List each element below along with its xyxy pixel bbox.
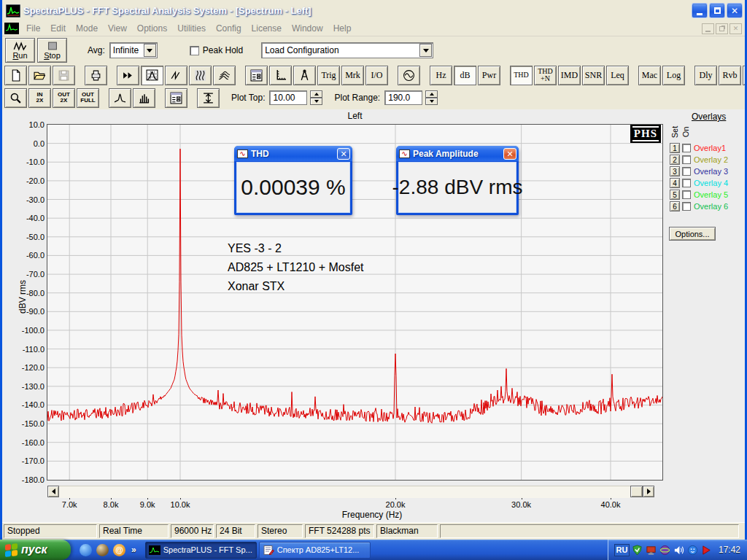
start-button[interactable]: пуск (0, 540, 71, 560)
peak-amplitude-close-button[interactable]: ✕ (503, 148, 516, 160)
spectrum-view-button[interactable] (141, 66, 163, 85)
scrollbar-thumb[interactable] (630, 486, 643, 497)
globe-icon[interactable] (96, 544, 109, 556)
run-button[interactable]: Run (5, 38, 35, 63)
menu-edit[interactable]: Edit (45, 22, 71, 35)
trigger-button[interactable]: Trig (317, 66, 340, 85)
leq-meter-button[interactable]: Leq (606, 66, 629, 85)
overlay-on-checkbox-6[interactable] (682, 202, 691, 211)
overlay-set-button-6[interactable]: 6 (670, 201, 680, 211)
plot-range-input-spin-down[interactable] (425, 98, 438, 105)
menu-window[interactable]: Window (287, 22, 328, 35)
combo-arrow-icon[interactable] (419, 44, 432, 57)
open-file-button[interactable] (28, 66, 51, 85)
menu-config[interactable]: Config (211, 22, 247, 35)
zoom-button[interactable] (4, 88, 27, 108)
scroll-left-button[interactable] (47, 486, 59, 497)
chevron-icon[interactable]: » (131, 545, 136, 555)
overlay-set-button-2[interactable]: 2 (670, 155, 680, 165)
menu-help[interactable]: Help (328, 22, 357, 35)
combo-arrow-icon[interactable] (144, 44, 156, 57)
thd-close-button[interactable]: ✕ (337, 148, 350, 160)
overlay-set-button-3[interactable]: 3 (670, 166, 680, 176)
menu-file[interactable]: File (21, 22, 45, 35)
display-settings-button[interactable] (245, 66, 268, 85)
calipers-button[interactable] (293, 66, 316, 85)
time-series-view-button[interactable] (165, 66, 187, 85)
amplitude-db-button[interactable]: dB (454, 66, 476, 85)
plot-top-input[interactable]: 10.00 (269, 90, 307, 105)
averaging-combobox[interactable]: Infinite (109, 42, 158, 58)
narrowband-view-button[interactable] (109, 88, 131, 108)
minimize-button[interactable] (692, 3, 708, 18)
menu-utilities[interactable]: Utilities (172, 22, 211, 35)
plot-range-input-spin-up[interactable] (425, 90, 438, 98)
macro-button[interactable]: Mac (638, 66, 661, 85)
menu-options[interactable]: Options (132, 22, 172, 35)
overlay-on-checkbox-2[interactable] (682, 155, 691, 164)
mdi-minimize-button[interactable] (702, 23, 714, 34)
menu-mode[interactable]: Mode (71, 22, 103, 35)
taskbar-task-2[interactable]: Спектр AD825+LT12... (259, 542, 371, 559)
menu-license[interactable]: License (247, 22, 287, 35)
spectrum-plot[interactable]: PHS (47, 125, 662, 480)
load-configuration-combobox[interactable]: Load Configuration (261, 42, 433, 58)
language-indicator[interactable]: RU (614, 544, 630, 556)
new-file-button[interactable] (4, 66, 27, 85)
signal-generator-button[interactable] (398, 66, 420, 85)
save-file-button[interactable] (53, 66, 75, 85)
imd-meter-button[interactable]: IMD (558, 66, 581, 85)
power-units-button[interactable]: Pwr (478, 66, 500, 85)
io-device-button[interactable]: I/O (365, 66, 388, 85)
markers-button[interactable]: Mrk (341, 66, 364, 85)
zoom-out-2x-button[interactable]: OUT2X (53, 88, 75, 108)
overlay-on-checkbox-5[interactable] (682, 190, 691, 199)
network-icon[interactable] (659, 544, 671, 556)
print-button[interactable] (85, 66, 107, 85)
menu-view[interactable]: View (103, 22, 132, 35)
scale-settings-button[interactable] (269, 66, 292, 85)
overlay-set-button-4[interactable]: 4 (670, 178, 680, 188)
plot-top-input-spin-up[interactable] (310, 90, 322, 98)
frequency-units-button[interactable]: Hz (430, 66, 452, 85)
overlay-set-button-5[interactable]: 5 (670, 190, 680, 200)
thd-meter-button[interactable]: THD (510, 66, 533, 85)
reverb-meter-button[interactable]: Rvb (719, 66, 741, 85)
overlay-set-button-1[interactable]: 1 (670, 143, 680, 153)
thd-title-bar[interactable]: ∿ THD ✕ (234, 146, 352, 161)
antivirus-icon[interactable] (632, 544, 643, 556)
stop-button[interactable]: Stop (37, 38, 67, 63)
peak-hold-checkbox[interactable] (190, 46, 199, 55)
overlays-options-button[interactable]: Options... (669, 227, 716, 241)
mail-at-icon[interactable]: @ (113, 544, 125, 556)
plot-range-input[interactable]: 190.0 (384, 90, 422, 105)
snr-meter-button[interactable]: SNR (582, 66, 605, 85)
surface-view-button[interactable] (213, 66, 236, 85)
overlay-on-checkbox-3[interactable] (682, 167, 691, 176)
display-icon[interactable] (646, 544, 657, 556)
mdi-close-button[interactable]: ✕ (729, 23, 742, 34)
browser-icon[interactable] (80, 544, 92, 556)
download-manager-icon[interactable] (701, 544, 713, 556)
overlay-on-checkbox-1[interactable] (682, 144, 691, 152)
scrollbar-track[interactable] (59, 486, 630, 498)
fast-average-button[interactable] (117, 66, 139, 85)
plot-top-input-spin-down[interactable] (310, 98, 322, 105)
zoom-out-full-button[interactable]: OUTFULL (77, 88, 99, 108)
peak-amplitude-title-bar[interactable]: ∿ Peak Amplitude ✕ (396, 146, 519, 161)
overlay-on-checkbox-4[interactable] (682, 179, 691, 187)
taskbar-task-1[interactable]: SpectraPLUS - FFT Sp... (145, 542, 257, 559)
maximize-button[interactable] (709, 3, 725, 18)
octave-view-button[interactable] (133, 88, 155, 108)
mdi-restore-button[interactable] (716, 23, 728, 34)
scroll-right-button[interactable] (643, 486, 654, 497)
close-button[interactable]: ✕ (727, 3, 743, 18)
zoom-in-2x-button[interactable]: IN2X (28, 88, 51, 108)
logging-button[interactable]: Log (662, 66, 685, 85)
delay-meter-button[interactable]: Dly (694, 66, 717, 85)
thdn-meter-button[interactable]: THD+N (534, 66, 557, 85)
vertical-autoscale-button[interactable] (197, 88, 220, 108)
plot-options-button[interactable] (165, 88, 187, 108)
volume-icon[interactable] (673, 544, 685, 556)
spectrogram-view-button[interactable] (189, 66, 212, 85)
